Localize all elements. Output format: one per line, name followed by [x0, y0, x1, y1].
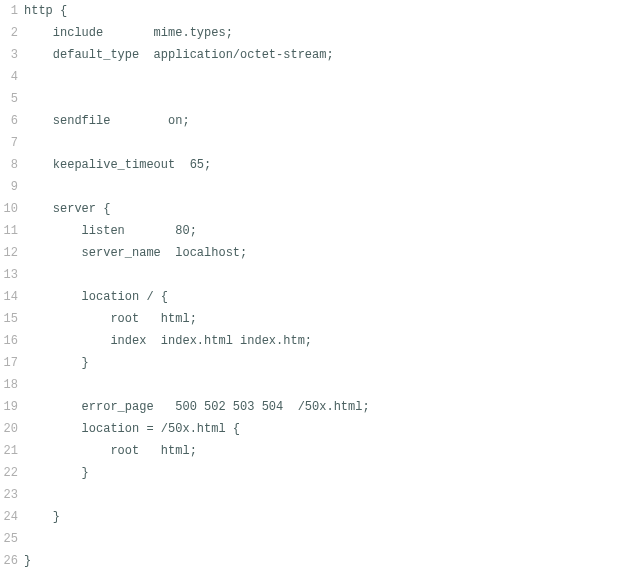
- code-line: 15 root html;: [0, 308, 623, 330]
- code-line: 24 }: [0, 506, 623, 528]
- line-content: http {: [24, 0, 623, 22]
- line-number: 11: [0, 220, 24, 242]
- line-number: 13: [0, 264, 24, 286]
- line-content: [24, 374, 623, 396]
- code-line: 5: [0, 88, 623, 110]
- line-content: [24, 88, 623, 110]
- code-line: 8 keepalive_timeout 65;: [0, 154, 623, 176]
- code-line: 16 index index.html index.htm;: [0, 330, 623, 352]
- line-number: 25: [0, 528, 24, 550]
- line-content: sendfile on;: [24, 110, 623, 132]
- line-content: [24, 528, 623, 550]
- line-content: server {: [24, 198, 623, 220]
- line-number: 18: [0, 374, 24, 396]
- line-content: location = /50x.html {: [24, 418, 623, 440]
- line-content: }: [24, 506, 623, 528]
- line-content: }: [24, 462, 623, 484]
- code-line: 25: [0, 528, 623, 550]
- code-line: 13: [0, 264, 623, 286]
- line-content: [24, 484, 623, 506]
- line-number: 4: [0, 66, 24, 88]
- code-line: 22 }: [0, 462, 623, 484]
- line-number: 10: [0, 198, 24, 220]
- line-number: 9: [0, 176, 24, 198]
- line-content: default_type application/octet-stream;: [24, 44, 623, 66]
- code-line: 23: [0, 484, 623, 506]
- line-content: [24, 176, 623, 198]
- line-content: keepalive_timeout 65;: [24, 154, 623, 176]
- line-content: }: [24, 550, 623, 572]
- line-content: }: [24, 352, 623, 374]
- line-number: 6: [0, 110, 24, 132]
- code-line: 20 location = /50x.html {: [0, 418, 623, 440]
- line-content: [24, 66, 623, 88]
- line-content: [24, 132, 623, 154]
- code-line: 4: [0, 66, 623, 88]
- line-number: 26: [0, 550, 24, 572]
- line-content: root html;: [24, 308, 623, 330]
- line-number: 8: [0, 154, 24, 176]
- code-line: 17 }: [0, 352, 623, 374]
- code-line: 21 root html;: [0, 440, 623, 462]
- line-content: root html;: [24, 440, 623, 462]
- line-number: 17: [0, 352, 24, 374]
- line-number: 2: [0, 22, 24, 44]
- line-number: 19: [0, 396, 24, 418]
- line-number: 5: [0, 88, 24, 110]
- line-content: location / {: [24, 286, 623, 308]
- code-line: 19 error_page 500 502 503 504 /50x.html;: [0, 396, 623, 418]
- line-number: 22: [0, 462, 24, 484]
- line-number: 16: [0, 330, 24, 352]
- code-block: 1http {2 include mime.types;3 default_ty…: [0, 0, 623, 572]
- code-line: 9: [0, 176, 623, 198]
- line-number: 3: [0, 44, 24, 66]
- line-number: 12: [0, 242, 24, 264]
- code-line: 18: [0, 374, 623, 396]
- line-content: server_name localhost;: [24, 242, 623, 264]
- line-number: 1: [0, 0, 24, 22]
- code-line: 1http {: [0, 0, 623, 22]
- code-line: 11 listen 80;: [0, 220, 623, 242]
- line-content: index index.html index.htm;: [24, 330, 623, 352]
- code-line: 2 include mime.types;: [0, 22, 623, 44]
- code-line: 3 default_type application/octet-stream;: [0, 44, 623, 66]
- line-number: 15: [0, 308, 24, 330]
- line-number: 14: [0, 286, 24, 308]
- line-content: listen 80;: [24, 220, 623, 242]
- line-content: [24, 264, 623, 286]
- code-line: 14 location / {: [0, 286, 623, 308]
- line-number: 21: [0, 440, 24, 462]
- code-line: 26}: [0, 550, 623, 572]
- code-line: 12 server_name localhost;: [0, 242, 623, 264]
- line-number: 20: [0, 418, 24, 440]
- line-content: error_page 500 502 503 504 /50x.html;: [24, 396, 623, 418]
- code-line: 10 server {: [0, 198, 623, 220]
- code-line: 6 sendfile on;: [0, 110, 623, 132]
- line-number: 7: [0, 132, 24, 154]
- line-number: 24: [0, 506, 24, 528]
- line-content: include mime.types;: [24, 22, 623, 44]
- line-number: 23: [0, 484, 24, 506]
- code-line: 7: [0, 132, 623, 154]
